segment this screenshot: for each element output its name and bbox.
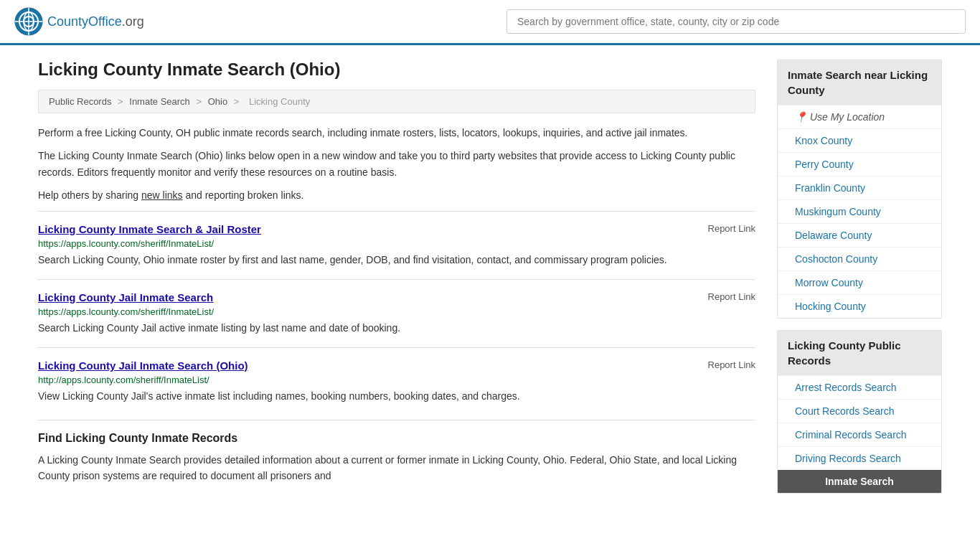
sidebar-county-muskingum[interactable]: Muskingum County: [778, 199, 941, 223]
page-title: Licking County Inmate Search (Ohio): [38, 60, 755, 80]
franklin-county-link[interactable]: Franklin County: [795, 182, 865, 194]
coshocton-county-link[interactable]: Coshocton County: [795, 253, 877, 265]
sidebar-driving-records[interactable]: Driving Records Search: [778, 446, 941, 470]
sidebar-inmate-search: Inmate Search near Licking County 📍 Use …: [777, 60, 942, 319]
new-links-link[interactable]: new links: [141, 189, 183, 201]
site-header: CountyOffice.org: [0, 0, 980, 45]
report-link-3[interactable]: Report Link: [708, 359, 755, 370]
result-url-2[interactable]: https://apps.lcounty.com/sheriff/InmateL…: [38, 306, 755, 317]
site-logo[interactable]: CountyOffice.org: [14, 7, 144, 36]
result-title-3[interactable]: Licking County Jail Inmate Search (Ohio): [38, 359, 248, 372]
breadcrumb-public-records[interactable]: Public Records: [49, 96, 111, 107]
result-header-2: Licking County Jail Inmate Search Report…: [38, 291, 755, 303]
sidebar-inmate-search-header: Inmate Search near Licking County: [778, 60, 941, 105]
description-para3-suffix: and reporting broken links.: [183, 189, 304, 201]
sidebar-inmate-search-last[interactable]: Inmate Search: [778, 470, 941, 493]
driving-records-link[interactable]: Driving Records Search: [795, 453, 901, 464]
use-my-location-label: Use My Location: [810, 111, 885, 123]
result-item-3: Licking County Jail Inmate Search (Ohio)…: [38, 347, 755, 415]
search-input[interactable]: [507, 9, 966, 34]
sidebar-county-knox[interactable]: Knox County: [778, 128, 941, 152]
sidebar-county-delaware[interactable]: Delaware County: [778, 223, 941, 247]
result-item-2: Licking County Jail Inmate Search Report…: [38, 279, 755, 347]
find-section: Find Licking County Inmate Records A Lic…: [38, 420, 755, 484]
result-item-1: Licking County Inmate Search & Jail Rost…: [38, 211, 755, 279]
logo-org: .org: [122, 14, 144, 29]
find-section-para: A Licking County Inmate Search provides …: [38, 452, 755, 484]
report-link-1[interactable]: Report Link: [708, 223, 755, 234]
breadcrumb-sep-3: >: [234, 96, 242, 107]
description-para2: The Licking County Inmate Search (Ohio) …: [38, 148, 755, 180]
knox-county-link[interactable]: Knox County: [795, 135, 852, 146]
breadcrumb-sep-1: >: [118, 96, 126, 107]
content-area: Licking County Inmate Search (Ohio) Publ…: [38, 60, 755, 505]
breadcrumb-sep-2: >: [196, 96, 204, 107]
sidebar-county-perry[interactable]: Perry County: [778, 152, 941, 176]
breadcrumb: Public Records > Inmate Search > Ohio > …: [38, 90, 755, 113]
sidebar-public-records-header: Licking County Public Records: [778, 331, 941, 375]
report-link-2[interactable]: Report Link: [708, 291, 755, 302]
arrest-records-link[interactable]: Arrest Records Search: [795, 382, 897, 393]
breadcrumb-ohio[interactable]: Ohio: [208, 96, 227, 107]
result-desc-1: Search Licking County, Ohio inmate roste…: [38, 253, 755, 268]
sidebar-county-morrow[interactable]: Morrow County: [778, 270, 941, 294]
description-para3: Help others by sharing new links and rep…: [38, 187, 755, 203]
results-list: Licking County Inmate Search & Jail Rost…: [38, 211, 755, 415]
description-para3-prefix: Help others by sharing: [38, 189, 141, 201]
location-icon: 📍: [795, 111, 810, 123]
result-title-1[interactable]: Licking County Inmate Search & Jail Rost…: [38, 223, 261, 235]
result-desc-2: Search Licking County Jail active inmate…: [38, 321, 755, 336]
sidebar-county-coshocton[interactable]: Coshocton County: [778, 247, 941, 270]
sidebar-criminal-records[interactable]: Criminal Records Search: [778, 423, 941, 446]
result-desc-3: View Licking County Jail's active inmate…: [38, 389, 755, 404]
result-url-1[interactable]: https://apps.lcounty.com/sheriff/InmateL…: [38, 238, 755, 249]
search-bar[interactable]: [507, 9, 966, 34]
result-header-3: Licking County Jail Inmate Search (Ohio)…: [38, 359, 755, 372]
sidebar-public-records: Licking County Public Records Arrest Rec…: [777, 330, 942, 494]
sidebar: Inmate Search near Licking County 📍 Use …: [777, 60, 942, 505]
sidebar-use-my-location[interactable]: 📍 Use My Location: [778, 105, 941, 128]
main-layout: Licking County Inmate Search (Ohio) Publ…: [24, 45, 956, 519]
logo-text: CountyOffice.org: [47, 14, 144, 29]
delaware-county-link[interactable]: Delaware County: [795, 230, 872, 241]
breadcrumb-licking-county: Licking County: [249, 96, 310, 107]
result-url-3[interactable]: http://apps.lcounty.com/sheriff/InmateLi…: [38, 375, 755, 385]
criminal-records-link[interactable]: Criminal Records Search: [795, 429, 907, 441]
sidebar-arrest-records[interactable]: Arrest Records Search: [778, 375, 941, 399]
result-title-2[interactable]: Licking County Jail Inmate Search: [38, 291, 213, 303]
sidebar-court-records[interactable]: Court Records Search: [778, 399, 941, 423]
logo-county: CountyOffice: [47, 14, 122, 29]
find-section-heading: Find Licking County Inmate Records: [38, 432, 755, 445]
morrow-county-link[interactable]: Morrow County: [795, 277, 863, 288]
sidebar-county-franklin[interactable]: Franklin County: [778, 176, 941, 199]
court-records-link[interactable]: Court Records Search: [795, 405, 895, 417]
perry-county-link[interactable]: Perry County: [795, 159, 854, 170]
sidebar-county-hocking[interactable]: Hocking County: [778, 294, 941, 318]
muskingum-county-link[interactable]: Muskingum County: [795, 206, 881, 217]
result-header-1: Licking County Inmate Search & Jail Rost…: [38, 223, 755, 235]
hocking-county-link[interactable]: Hocking County: [795, 301, 866, 312]
description-para1: Perform a free Licking County, OH public…: [38, 125, 755, 141]
breadcrumb-inmate-search[interactable]: Inmate Search: [129, 96, 190, 107]
logo-icon: [14, 7, 43, 36]
